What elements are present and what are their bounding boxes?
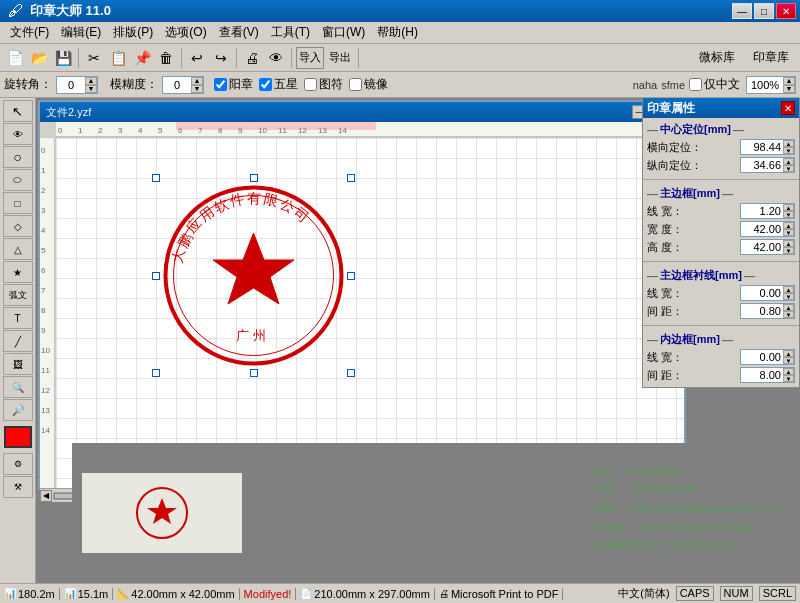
zoom-input[interactable] [747,77,783,93]
wuxing-checkbox-wrap[interactable]: 五星 [259,76,298,93]
tool-diamond[interactable]: ◇ [3,215,33,237]
undo-btn[interactable]: ↩ [186,47,208,69]
handle-bm[interactable] [250,369,258,377]
seal-container[interactable]: 大鹏应用软件有限公司 广州 [156,178,351,373]
tool-oval[interactable]: ⬭ [3,169,33,191]
menu-view[interactable]: 查看(V) [213,22,265,43]
dash-gap-up[interactable]: ▲ [783,304,794,311]
wuxing-checkbox[interactable] [259,78,272,91]
handle-tm[interactable] [250,174,258,182]
grid-up[interactable]: ▲ [191,77,203,85]
height-input[interactable] [741,240,783,254]
tool-star[interactable]: ★ [3,261,33,283]
tool-circle[interactable]: ○ [3,146,33,168]
jingxiang-checkbox[interactable] [349,78,362,91]
width-down[interactable]: ▼ [783,229,794,236]
width-input[interactable] [741,222,783,236]
inner-lw-down[interactable]: ▼ [783,357,794,364]
color-picker[interactable] [4,426,32,448]
export-btn[interactable]: 导出 [326,47,354,69]
dash-gap-down[interactable]: ▼ [783,311,794,318]
grid-down[interactable]: ▼ [191,85,203,93]
tool-select[interactable]: ↖ [3,100,33,122]
dash-lw-down[interactable]: ▼ [783,293,794,300]
import-btn[interactable]: 导入 [296,47,324,69]
inner-gap-up[interactable]: ▲ [783,368,794,375]
inner-gap-down[interactable]: ▼ [783,375,794,382]
open-btn[interactable]: 📂 [28,47,50,69]
tool-zoom-out[interactable]: 🔎 [3,399,33,421]
tool-rect[interactable]: □ [3,192,33,214]
h-pos-input[interactable] [741,140,783,154]
hscroll-left[interactable]: ◀ [40,490,52,502]
tool-extra2[interactable]: ⚒ [3,476,33,498]
line-w-up[interactable]: ▲ [783,204,794,211]
close-btn[interactable]: ✕ [776,3,796,19]
logo-library-tab[interactable]: 微标库 [692,47,742,69]
handle-br[interactable] [347,369,355,377]
menu-window[interactable]: 窗口(W) [316,22,371,43]
rotation-down[interactable]: ▼ [85,85,97,93]
v-pos-down[interactable]: ▼ [783,165,794,172]
paste-btn[interactable]: 📌 [131,47,153,69]
dash-gap-input[interactable] [741,304,783,318]
dash-lw-up[interactable]: ▲ [783,286,794,293]
zoom-up[interactable]: ▲ [783,77,795,85]
dash-lw-input[interactable] [741,286,783,300]
handle-ml[interactable] [152,272,160,280]
menu-edit[interactable]: 编辑(E) [55,22,107,43]
delete-btn[interactable]: 🗑 [155,47,177,69]
print-btn[interactable]: 🖨 [241,47,263,69]
canvas-body[interactable]: 大鹏应用软件有限公司 广州 [56,138,684,488]
height-up[interactable]: ▲ [783,240,794,247]
tuxing-checkbox-wrap[interactable]: 图符 [304,76,343,93]
height-down[interactable]: ▼ [783,247,794,254]
tool-text-arc[interactable]: 弧文 [3,284,33,306]
grid-input[interactable] [163,77,191,93]
minimize-btn[interactable]: — [732,3,752,19]
menu-options[interactable]: 选项(O) [159,22,212,43]
h-pos-down[interactable]: ▼ [783,147,794,154]
inner-lw-input[interactable] [741,350,783,364]
menu-layout[interactable]: 排版(P) [107,22,159,43]
yangzhang-checkbox[interactable] [214,78,227,91]
yangzhang-checkbox-wrap[interactable]: 阳章 [214,76,253,93]
rotation-up[interactable]: ▲ [85,77,97,85]
handle-tl[interactable] [152,174,160,182]
tuxing-checkbox[interactable] [304,78,317,91]
chinese-only-wrap[interactable]: 仅中文 [689,76,740,93]
tool-triangle[interactable]: △ [3,238,33,260]
menu-help[interactable]: 帮助(H) [371,22,424,43]
tool-extra1[interactable]: ⚙ [3,453,33,475]
save-btn[interactable]: 💾 [52,47,74,69]
tool-text[interactable]: T [3,307,33,329]
v-pos-up[interactable]: ▲ [783,158,794,165]
rotation-input[interactable] [57,77,85,93]
new-btn[interactable]: 📄 [4,47,26,69]
inner-gap-input[interactable] [741,368,783,382]
chinese-only-checkbox[interactable] [689,78,702,91]
tool-eye[interactable]: 👁 [3,123,33,145]
props-close-btn[interactable]: ✕ [781,101,795,115]
line-w-input[interactable] [741,204,783,218]
menu-tools[interactable]: 工具(T) [265,22,316,43]
handle-mr[interactable] [347,272,355,280]
handle-tr[interactable] [347,174,355,182]
maximize-btn[interactable]: □ [754,3,774,19]
handle-bl[interactable] [152,369,160,377]
menu-file[interactable]: 文件(F) [4,22,55,43]
inner-lw-up[interactable]: ▲ [783,350,794,357]
line-w-down[interactable]: ▼ [783,211,794,218]
copy-btn[interactable]: 📋 [107,47,129,69]
preview-btn[interactable]: 👁 [265,47,287,69]
v-pos-input[interactable] [741,158,783,172]
zoom-down[interactable]: ▼ [783,85,795,93]
tool-line[interactable]: ╱ [3,330,33,352]
redo-btn[interactable]: ↪ [210,47,232,69]
h-pos-up[interactable]: ▲ [783,140,794,147]
tool-image[interactable]: 🖼 [3,353,33,375]
jingxiang-checkbox-wrap[interactable]: 镜像 [349,76,388,93]
width-up[interactable]: ▲ [783,222,794,229]
tool-zoom-in[interactable]: 🔍 [3,376,33,398]
stamp-library-tab[interactable]: 印章库 [746,47,796,69]
